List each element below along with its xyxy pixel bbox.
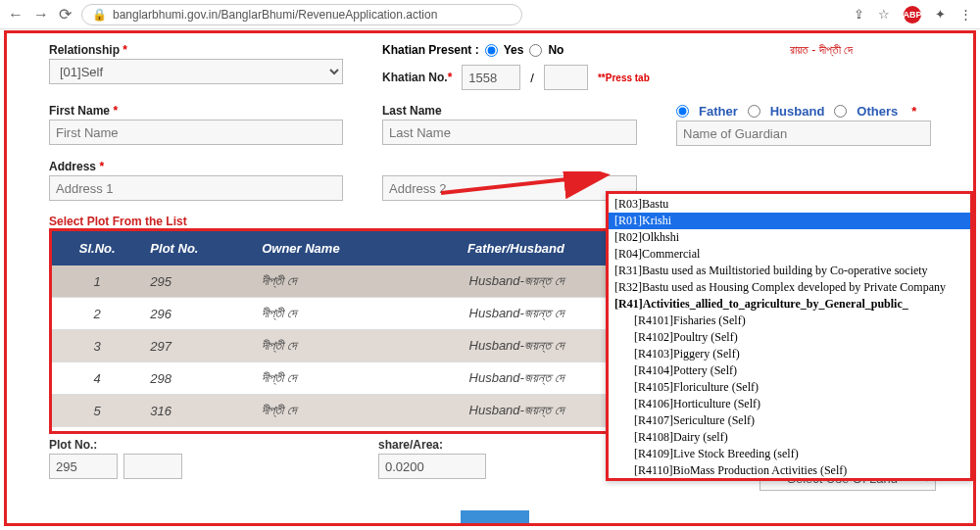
dropdown-option[interactable]: [R4104]Pottery (Self) [609, 362, 970, 379]
table-row[interactable]: 4298দীপ্তী দেHusband-জয়ন্ত দে [52, 362, 614, 395]
share-area-label: share/Area: [378, 438, 486, 452]
url-bar[interactable]: 🔒 banglarbhumi.gov.in/BanglarBhumi/Reven… [81, 4, 522, 25]
dropdown-option[interactable]: [R41]Activities_allied_to_agriculture_by… [609, 296, 970, 313]
first-name-input[interactable] [49, 120, 343, 145]
table-header: Owner Name [254, 231, 417, 265]
menu-icon[interactable]: ⋮ [959, 7, 972, 22]
press-tab-hint: **Press tab [598, 72, 650, 83]
extensions-icon[interactable]: ✦ [935, 7, 946, 22]
khatian-no-label: Khatian No.* [382, 71, 452, 84]
dropdown-option[interactable]: [R32]Bastu used as Housing Complex devel… [609, 279, 970, 296]
khatian-present-label: Khatian Present : [382, 43, 479, 57]
svg-line-1 [441, 175, 603, 193]
last-name-input[interactable] [382, 120, 637, 145]
dropdown-option[interactable]: [R4109]Live Stock Breeding (self) [609, 446, 970, 462]
table-row[interactable]: 1295দীপ্তী দেHusband-জয়ন্ত দে [52, 265, 614, 298]
address-label: Address * [49, 160, 343, 173]
address1-input[interactable] [49, 175, 343, 201]
plot-table-highlight: Sl.No.Plot No.Owner NameFather/Husband 1… [49, 228, 617, 434]
dropdown-option[interactable]: [R4107]Sericulture (Self) [609, 412, 970, 429]
relationship-label: Relationship * [49, 43, 343, 57]
dropdown-option[interactable]: [R42]Activities_allied_to_agriculture_by… [609, 479, 970, 481]
land-use-dropdown-list[interactable]: [R03]Bastu[R01]Krishi[R02]Olkhshi[R04]Co… [606, 191, 973, 481]
red-arrow-annotation [441, 171, 617, 201]
father-radio[interactable] [676, 105, 689, 118]
khatian-no-label: No [548, 43, 564, 57]
lock-icon: 🔒 [92, 8, 107, 22]
others-label: Others [857, 104, 898, 119]
husband-label: Husband [770, 104, 825, 119]
dropdown-option[interactable]: [R4108]Dairy (self) [609, 429, 970, 446]
dropdown-option[interactable]: [R01]Krishi [609, 213, 970, 229]
dropdown-option[interactable]: [R31]Bastu used as Muiltistoried buildin… [609, 263, 970, 279]
dropdown-option[interactable]: [R4110]BioMass Production Activities (Se… [609, 462, 970, 479]
dropdown-option[interactable]: [R4106]Horticulture (Self) [609, 396, 970, 412]
guardian-name-input[interactable] [676, 120, 931, 146]
share-area-input[interactable] [378, 454, 486, 479]
table-row[interactable]: 2296দীপ্তী দেHusband-জয়ন্ত দে [52, 298, 614, 330]
table-header: Father/Husband [417, 231, 614, 265]
khatian-yes-radio[interactable] [485, 44, 498, 57]
plot-no-bottom-input[interactable] [49, 454, 118, 479]
dropdown-option[interactable]: [R02]Olkhshi [609, 229, 970, 246]
table-header: Sl.No. [52, 231, 142, 265]
table-row[interactable]: 5316দীপ্তী দেHusband-জয়ন্ত দে [52, 395, 614, 427]
khatian-no-radio[interactable] [529, 44, 542, 57]
dropdown-option[interactable]: [R4102]Poultry (Self) [609, 329, 970, 346]
first-name-label: First Name * [49, 104, 343, 118]
plot-table: Sl.No.Plot No.Owner NameFather/Husband 1… [52, 231, 614, 427]
dropdown-option[interactable]: [R4105]Floriculture (Self) [609, 379, 970, 396]
share-icon[interactable]: ⇪ [854, 7, 864, 22]
khatian-yes-label: Yes [504, 43, 524, 57]
dropdown-option[interactable]: [R03]Bastu [609, 196, 970, 213]
forward-icon[interactable]: → [33, 6, 49, 24]
table-row[interactable]: 3297দীপ্তী দেHusband-জয়ন্ত দে [52, 330, 614, 362]
relationship-select[interactable]: [01]Self [49, 59, 343, 84]
abp-icon[interactable]: ABP [904, 6, 921, 24]
plot-no-sub-input[interactable] [123, 454, 182, 479]
khatian-sub-input[interactable] [544, 65, 588, 90]
father-label: Father [699, 104, 738, 119]
khatian-no-input[interactable] [462, 65, 520, 90]
back-icon[interactable]: ← [8, 6, 24, 24]
star-icon[interactable]: ☆ [878, 7, 890, 22]
submit-button[interactable] [461, 510, 529, 524]
table-header: Plot No. [142, 231, 254, 265]
plot-no-bottom-label: Plot No.: [49, 438, 182, 452]
last-name-label: Last Name [382, 104, 637, 118]
dropdown-option[interactable]: [R4101]Fisharies (Self) [609, 313, 970, 329]
url-text: banglarbhumi.gov.in/BanglarBhumi/Revenue… [113, 8, 437, 22]
dropdown-option[interactable]: [R4103]Piggery (Self) [609, 346, 970, 362]
husband-radio[interactable] [748, 105, 760, 118]
dropdown-option[interactable]: [R04]Commercial [609, 246, 970, 263]
others-radio[interactable] [834, 105, 847, 118]
reload-icon[interactable]: ⟳ [59, 5, 72, 24]
